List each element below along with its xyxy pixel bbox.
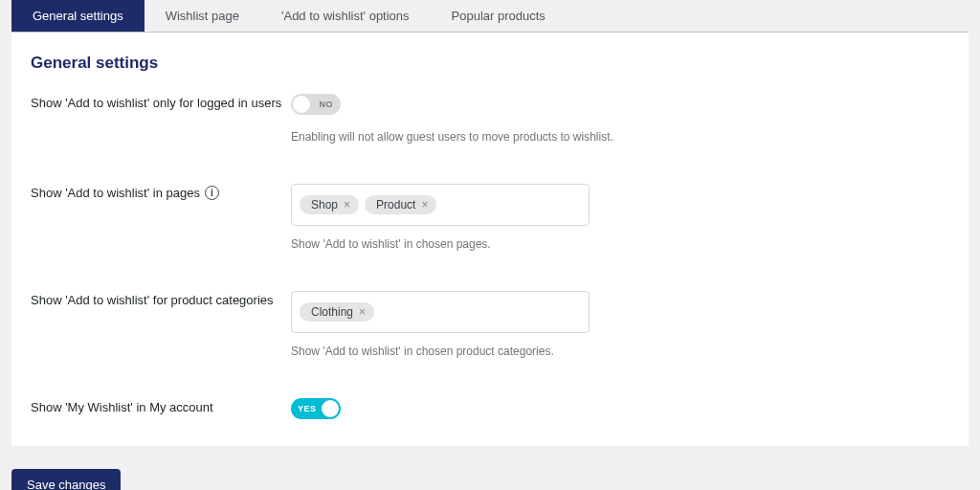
- categories-tag-input[interactable]: Clothing ×: [291, 291, 590, 333]
- row-label: Show 'My Wishlist' in My account: [31, 398, 291, 414]
- settings-tabs: General settings Wishlist page 'Add to w…: [11, 0, 969, 33]
- chip-product: Product ×: [365, 195, 436, 214]
- panel-title: General settings: [31, 54, 949, 73]
- tab-wishlist-page[interactable]: Wishlist page: [145, 0, 260, 32]
- pages-tag-input[interactable]: Shop × Product ×: [291, 184, 590, 226]
- toggle-logged-in-users[interactable]: NO: [291, 94, 341, 115]
- toggle-text: NO: [320, 100, 334, 109]
- row-label: Show 'Add to wishlist' only for logged i…: [31, 94, 291, 110]
- helper-text: Show 'Add to wishlist' in chosen pages.: [291, 237, 949, 251]
- tab-popular-products[interactable]: Popular products: [431, 0, 567, 32]
- row-label: Show 'Add to wishlist' in pages: [31, 186, 200, 200]
- chip-clothing: Clothing ×: [300, 302, 374, 322]
- toggle-knob: [322, 400, 339, 417]
- helper-text: Enabling will not allow guest users to m…: [291, 130, 949, 144]
- row-my-account: Show 'My Wishlist' in My account YES: [31, 398, 949, 423]
- helper-text: Show 'Add to wishlist' in chosen product…: [291, 345, 949, 358]
- settings-panel: General settings Show 'Add to wishlist' …: [11, 33, 969, 446]
- chip-shop: Shop ×: [300, 195, 359, 214]
- info-icon[interactable]: i: [205, 186, 219, 200]
- row-logged-in-users: Show 'Add to wishlist' only for logged i…: [31, 94, 949, 144]
- toggle-text: YES: [298, 404, 317, 413]
- tab-add-to-wishlist-options[interactable]: 'Add to wishlist' options: [260, 0, 431, 32]
- chip-remove-icon[interactable]: ×: [359, 306, 366, 318]
- save-button[interactable]: Save changes: [11, 469, 121, 490]
- chip-remove-icon[interactable]: ×: [421, 199, 428, 211]
- row-categories: Show 'Add to wishlist' for product categ…: [31, 291, 949, 358]
- row-pages: Show 'Add to wishlist' in pages i Shop ×…: [31, 184, 949, 251]
- tab-general-settings[interactable]: General settings: [11, 0, 145, 32]
- row-label: Show 'Add to wishlist' for product categ…: [31, 291, 291, 307]
- toggle-knob: [293, 96, 310, 113]
- toggle-my-account[interactable]: YES: [291, 398, 341, 419]
- chip-remove-icon[interactable]: ×: [344, 199, 350, 211]
